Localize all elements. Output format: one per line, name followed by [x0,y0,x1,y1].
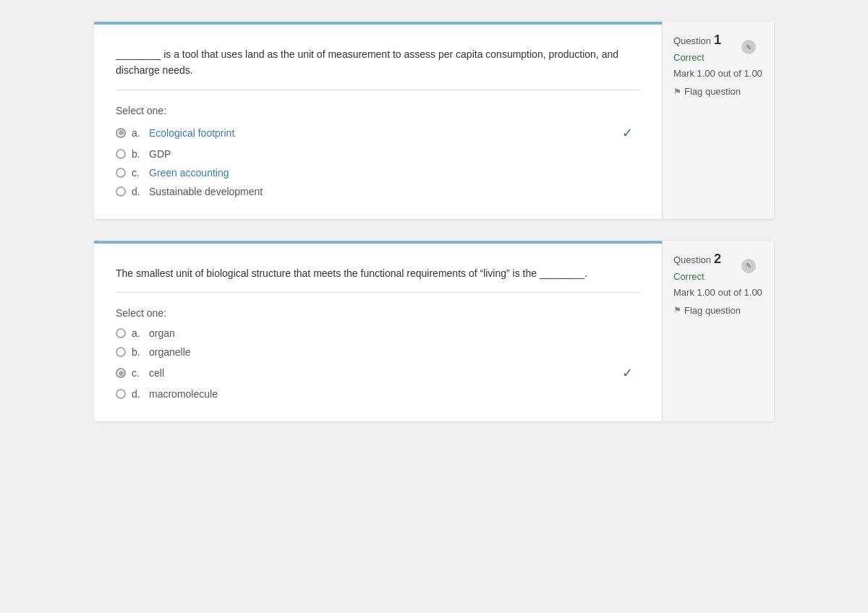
option-radio-2-1[interactable] [116,347,126,357]
option-item-2-0[interactable]: a.organ [116,327,640,339]
option-text-2-3: macromolecule [149,388,218,400]
option-radio-1-1[interactable] [116,149,126,159]
option-item-1-0[interactable]: a.Ecological footprint✓ [116,125,640,141]
sidebar-panel-2: ✎Question2CorrectMark 1.00 out of 1.00⚑F… [662,241,774,421]
options-list-1: a.Ecological footprint✓b.GDPc.Green acco… [116,125,640,197]
question-label-1: Question [673,35,711,46]
checkmark-1: ✓ [622,125,633,141]
option-letter-2-0: a. [132,327,143,339]
option-radio-2-2[interactable] [116,368,126,378]
option-letter-2-1: b. [132,346,143,358]
option-radio-1-2[interactable] [116,168,126,178]
option-item-2-3[interactable]: d.macromolecule [116,388,640,400]
edit-icon-2[interactable]: ✎ [741,259,756,273]
option-text-2-0: organ [149,327,175,339]
option-letter-1-2: c. [132,167,143,179]
option-text-2-2: cell [149,367,164,379]
option-item-2-2[interactable]: c.cell✓ [116,365,640,381]
flag-label-1: Flag question [684,86,741,97]
option-item-2-1[interactable]: b.organelle [116,346,640,358]
question-wrapper-2: The smallest unit of biological structur… [94,241,774,421]
flag-label-2: Flag question [684,305,741,316]
option-letter-1-3: d. [132,186,143,197]
sidebar-panel-1: ✎Question1CorrectMark 1.00 out of 1.00⚑F… [662,22,774,219]
options-list-2: a.organb.organellec.cell✓d.macromolecule [116,327,640,400]
option-radio-1-3[interactable] [116,187,126,197]
option-item-1-1[interactable]: b.GDP [116,148,640,160]
mark-label-1: Mark 1.00 out of 1.00 [673,67,763,80]
flag-icon-2: ⚑ [673,305,681,315]
option-text-1-2: Green accounting [149,167,229,179]
question-number-2: 2 [714,252,721,267]
option-item-1-3[interactable]: d.Sustainable development [116,186,640,197]
option-text-1-0: Ecological footprint [149,127,234,139]
select-one-label-2: Select one: [116,307,640,319]
sidebar-top-2: ✎Question2CorrectMark 1.00 out of 1.00⚑F… [673,252,763,316]
question-card-1: ________ is a tool that uses land as the… [94,22,662,219]
question-text-2: The smallest unit of biological structur… [116,265,640,293]
question-label-2: Question [673,254,711,265]
question-card-2: The smallest unit of biological structur… [94,241,662,421]
page-container: ________ is a tool that uses land as the… [36,22,832,421]
option-item-1-2[interactable]: c.Green accounting [116,167,640,179]
option-letter-2-2: c. [132,367,143,379]
option-letter-2-3: d. [132,388,143,400]
option-letter-1-1: b. [132,148,143,160]
select-one-label-1: Select one: [116,105,640,116]
question-text-1: ________ is a tool that uses land as the… [116,46,640,90]
option-radio-2-3[interactable] [116,389,126,399]
option-text-1-1: GDP [149,148,171,160]
flag-question-2[interactable]: ⚑Flag question [673,305,763,316]
option-radio-2-0[interactable] [116,328,126,338]
edit-icon-1[interactable]: ✎ [741,40,756,54]
option-text-2-1: organelle [149,346,191,358]
flag-icon-1: ⚑ [673,87,681,97]
option-letter-1-0: a. [132,127,143,139]
option-radio-1-0[interactable] [116,128,126,138]
flag-question-1[interactable]: ⚑Flag question [673,86,763,97]
question-wrapper-1: ________ is a tool that uses land as the… [94,22,774,219]
option-text-1-3: Sustainable development [149,186,263,197]
sidebar-top-1: ✎Question1CorrectMark 1.00 out of 1.00⚑F… [673,33,763,97]
question-number-1: 1 [714,33,721,48]
checkmark-2: ✓ [622,365,633,381]
mark-label-2: Mark 1.00 out of 1.00 [673,286,763,299]
